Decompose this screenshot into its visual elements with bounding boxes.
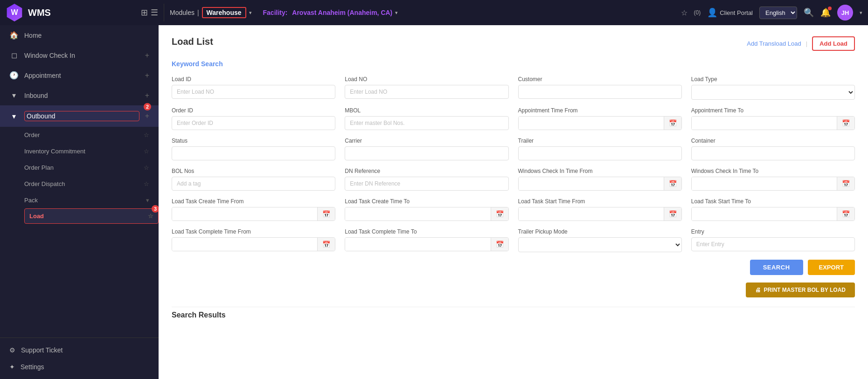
load-task-complete-from-cal-btn[interactable]: 📅	[317, 238, 335, 251]
avatar[interactable]: JH	[837, 5, 853, 21]
sidebar-order-label: Order	[24, 131, 40, 138]
load-task-start-to-input[interactable]	[692, 207, 837, 221]
trailer-pickup-mode-select[interactable]	[518, 237, 682, 252]
load-task-complete-to-cal-btn[interactable]: 📅	[491, 238, 508, 251]
grid-icon[interactable]: ⊞	[141, 7, 148, 18]
order-star-icon[interactable]: ☆	[144, 131, 149, 138]
outbound-expand-icon: ▾	[9, 112, 19, 121]
container-input[interactable]	[691, 146, 855, 160]
print-icon: 🖨	[755, 287, 761, 293]
windows-check-in-to-input[interactable]	[692, 177, 837, 190]
menu-icon[interactable]: ☰	[151, 7, 158, 18]
appointment-time-from-cal-btn[interactable]: 📅	[664, 117, 681, 130]
sidebar-item-settings[interactable]: ✦ Settings	[0, 358, 159, 375]
pack-star-icon[interactable]: ▾	[146, 197, 149, 204]
sidebar-appointment-label: Appointment	[24, 72, 139, 79]
sidebar-sub-item-pack[interactable]: Pack ▾	[24, 192, 159, 208]
sidebar-sub-item-order[interactable]: Order ☆	[24, 127, 159, 143]
load-type-select[interactable]	[691, 85, 855, 100]
status-input[interactable]	[172, 146, 335, 160]
load-task-create-from-cal-btn[interactable]: 📅	[317, 207, 335, 221]
top-navigation: W WMS ⊞ ☰ Modules | Warehouse ▾ Facility…	[0, 0, 868, 25]
facility-chevron-icon[interactable]: ▾	[395, 10, 398, 16]
appointment-time-from-label: Appointment Time From	[518, 107, 682, 114]
windows-check-in-from-cal-btn[interactable]: 📅	[664, 177, 681, 190]
load-task-complete-from-input-group: 📅	[172, 237, 335, 251]
outbound-plus-icon[interactable]: +	[145, 112, 149, 120]
load-task-create-to-label: Load Task Create Time To	[345, 198, 508, 205]
sidebar-item-support-ticket[interactable]: ⚙ Support Ticket	[0, 342, 159, 358]
windows-check-in-from-input[interactable]	[519, 177, 664, 190]
sidebar-bottom: ⚙ Support Ticket ✦ Settings	[0, 338, 159, 379]
load-task-start-from-input[interactable]	[519, 207, 664, 221]
appointment-plus-icon[interactable]: +	[145, 71, 149, 80]
mbol-group: MBOL	[345, 107, 508, 130]
sidebar-sub-item-order-plan[interactable]: Order Plan ☆	[24, 159, 159, 176]
appointment-time-to-cal-btn[interactable]: 📅	[837, 117, 854, 130]
load-task-start-to-cal-btn[interactable]: 📅	[837, 207, 854, 221]
sidebar-settings-label: Settings	[21, 363, 44, 371]
entry-input[interactable]	[691, 237, 855, 251]
search-form: Load ID Load NO Customer Load Type	[172, 76, 855, 297]
warehouse-button[interactable]: Warehouse	[202, 7, 246, 18]
windows-check-in-to-cal-btn[interactable]: 📅	[837, 177, 854, 190]
sidebar-sub-item-inventory-commitment[interactable]: Inventory Commitment ☆	[24, 143, 159, 159]
outbound-step-badge: 2	[144, 103, 151, 110]
order-dispatch-star-icon[interactable]: ☆	[144, 180, 149, 187]
inbound-expand-icon: ▾	[9, 91, 19, 100]
load-task-create-from-label: Load Task Create Time From	[172, 198, 335, 205]
load-task-create-to-group: Load Task Create Time To 📅	[345, 198, 508, 221]
mbol-input[interactable]	[345, 116, 508, 130]
sidebar-item-window-check-in[interactable]: ◻ Window Check In +	[0, 45, 159, 65]
customer-input[interactable]	[518, 85, 682, 99]
bol-nos-input[interactable]	[172, 177, 335, 191]
dn-reference-input[interactable]	[345, 177, 508, 191]
load-id-input[interactable]	[172, 85, 335, 99]
sidebar-item-home[interactable]: 🏠 Home	[0, 25, 159, 45]
form-row-5: Load Task Create Time From 📅 Load Task C…	[172, 198, 855, 221]
sidebar-item-outbound[interactable]: ▾ Outbound + 2	[0, 105, 159, 127]
load-task-create-to-cal-btn[interactable]: 📅	[491, 207, 508, 221]
search-icon[interactable]: 🔍	[804, 7, 814, 18]
load-task-create-from-input[interactable]	[172, 207, 317, 221]
search-results-title: Search Results	[172, 307, 855, 319]
print-bol-button[interactable]: 🖨 PRINT MASTER BOL BY LOAD	[746, 283, 855, 297]
load-task-create-from-input-group: 📅	[172, 207, 335, 221]
export-button[interactable]: EXPORT	[808, 260, 855, 275]
load-star-icon[interactable]: ☆	[148, 213, 153, 220]
order-id-input[interactable]	[172, 116, 335, 130]
windows-check-in-to-group: Windows Check In Time To 📅	[691, 168, 855, 191]
sidebar-item-inbound[interactable]: ▾ Inbound +	[0, 85, 159, 105]
window-check-in-plus-icon[interactable]: +	[145, 51, 149, 60]
inventory-commitment-star-icon[interactable]: ☆	[144, 148, 149, 155]
load-type-group: Load Type	[691, 76, 855, 100]
trailer-input[interactable]	[518, 146, 682, 160]
client-portal-link[interactable]: 👤 Client Portal	[707, 7, 753, 18]
carrier-group: Carrier	[345, 138, 508, 160]
appointment-time-from-input-group: 📅	[518, 116, 682, 130]
order-plan-star-icon[interactable]: ☆	[144, 164, 149, 171]
star-icon[interactable]: ☆	[681, 8, 687, 17]
load-task-complete-to-input[interactable]	[345, 238, 490, 251]
load-task-complete-from-input[interactable]	[172, 238, 317, 251]
load-no-input[interactable]	[345, 85, 508, 99]
load-task-start-from-cal-btn[interactable]: 📅	[664, 207, 681, 221]
appointment-time-from-input[interactable]	[519, 117, 664, 130]
notification-bell[interactable]: 🔔	[820, 7, 831, 18]
warehouse-chevron-icon[interactable]: ▾	[249, 10, 252, 16]
sidebar-sub-item-order-dispatch[interactable]: Order Dispatch ☆	[24, 176, 159, 192]
add-transload-link[interactable]: Add Transload Load	[747, 40, 801, 47]
appointment-time-to-input[interactable]	[692, 117, 837, 130]
sidebar-sub-item-load[interactable]: Load ☆ 3	[24, 208, 159, 224]
inbound-plus-icon[interactable]: +	[145, 91, 149, 100]
add-load-button[interactable]: Add Load	[812, 36, 855, 51]
avatar-chevron-icon[interactable]: ▾	[860, 10, 862, 16]
search-button[interactable]: SEARCH	[750, 260, 803, 275]
carrier-input[interactable]	[345, 146, 508, 160]
load-no-label: Load NO	[345, 76, 508, 83]
sidebar-item-appointment[interactable]: 🕐 Appointment +	[0, 65, 159, 85]
language-select[interactable]: English	[759, 7, 797, 19]
load-task-start-from-input-group: 📅	[518, 207, 682, 221]
load-task-create-to-input[interactable]	[345, 207, 490, 221]
form-row-3: Status Carrier Trailer Container	[172, 138, 855, 160]
